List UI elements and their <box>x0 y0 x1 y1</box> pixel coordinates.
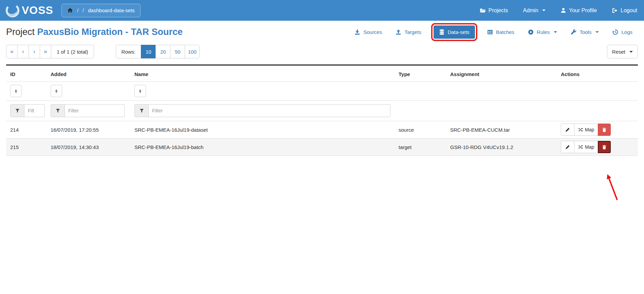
edit-button[interactable] <box>561 124 574 136</box>
map-button[interactable]: Map <box>574 141 598 153</box>
tab-logs[interactable]: Logs <box>608 26 637 38</box>
folder-icon <box>480 7 486 14</box>
tab-sources[interactable]: Sources <box>350 26 386 38</box>
brand-name: VOSS <box>22 4 53 17</box>
logout-icon <box>612 7 618 14</box>
nav-projects[interactable]: Projects <box>480 7 508 14</box>
column-header-added: Added <box>47 66 130 81</box>
id-filter-group <box>10 104 47 117</box>
table-header-row: ID Added Name Type Assignment Actions <box>6 66 638 82</box>
table-row: 214 16/07/2019, 17:20:55 SRC-PB-EMEA-16J… <box>6 121 638 139</box>
delete-button-highlighted[interactable] <box>598 141 611 153</box>
pencil-icon <box>565 145 570 149</box>
page-title: Project PaxusBio Migration - TAR Source <box>6 27 183 37</box>
breadcrumb-current: dashboard-data-sets <box>88 7 135 13</box>
delete-button[interactable] <box>598 124 611 136</box>
shuffle-icon <box>578 127 583 132</box>
download-icon <box>354 29 360 35</box>
nav-profile-label: Your Profile <box>569 7 597 14</box>
play-circle-icon <box>528 29 534 35</box>
added-filter-input[interactable] <box>65 104 125 117</box>
annotation-arrow <box>600 171 621 203</box>
first-page-button[interactable]: « <box>6 45 18 58</box>
cell-name: SRC-PB-EMEA-16Jul19-dataset <box>130 127 394 133</box>
reset-label: Reset <box>612 49 625 55</box>
pencil-icon <box>565 127 570 132</box>
cell-actions: Map <box>557 139 638 155</box>
shuffle-icon <box>578 145 583 149</box>
rows-option-20[interactable]: 20 <box>155 45 170 58</box>
map-button-label: Map <box>585 144 594 150</box>
breadcrumb[interactable]: / / dashboard-data-sets <box>61 4 141 17</box>
datasets-table: ID Added Name Type Assignment Actions <box>6 66 638 156</box>
database-icon <box>439 29 445 35</box>
nav-projects-label: Projects <box>489 7 508 14</box>
name-filter-input[interactable] <box>149 104 390 117</box>
chevron-down-icon <box>595 31 599 33</box>
column-header-assignment: Assignment <box>446 66 557 81</box>
chevron-down-icon <box>542 10 546 11</box>
tab-rules[interactable]: Rules <box>524 26 561 38</box>
pagination-group: « ‹ › » 1 of 1 (2 total) <box>6 45 94 58</box>
nav-admin[interactable]: Admin <box>523 7 546 14</box>
edit-button[interactable] <box>561 141 574 153</box>
upload-icon <box>395 29 401 35</box>
next-page-button[interactable]: › <box>29 45 40 58</box>
rows-option-10[interactable]: 10 <box>141 45 156 58</box>
tab-label: Logs <box>621 29 632 35</box>
table-icon <box>487 29 493 35</box>
tab-tools[interactable]: Tools <box>567 26 603 38</box>
nav-your-profile[interactable]: Your Profile <box>560 7 597 14</box>
breadcrumb-separator: / <box>82 7 84 13</box>
nav-logout-label: Logout <box>621 7 637 14</box>
cell-actions: Map <box>557 121 638 138</box>
tab-label: Batches <box>496 29 514 35</box>
sort-added-button[interactable] <box>51 85 62 97</box>
cell-added: 16/07/2019, 17:20:55 <box>47 127 130 133</box>
page-status: 1 of 1 (2 total) <box>51 45 94 58</box>
title-prefix: Project <box>6 27 35 37</box>
column-header-name: Name <box>130 66 394 81</box>
rows-per-page-group: Rows: 10 20 50 100 <box>116 45 200 58</box>
trash-icon <box>602 145 607 150</box>
filter-funnel-icon <box>134 104 149 117</box>
table-row: 215 18/07/2019, 14:30:43 SRC-PB-EMEA-16J… <box>6 139 638 156</box>
filter-funnel-icon <box>10 104 24 117</box>
nav-logout[interactable]: Logout <box>612 7 637 14</box>
cell-added: 18/07/2019, 14:30:43 <box>47 144 130 150</box>
tab-batches[interactable]: Batches <box>483 26 518 38</box>
rows-option-50[interactable]: 50 <box>170 45 185 58</box>
cell-type: target <box>394 144 446 150</box>
user-icon <box>560 7 566 13</box>
prev-page-button[interactable]: ‹ <box>17 45 29 58</box>
home-icon[interactable] <box>67 7 73 13</box>
rows-option-100[interactable]: 100 <box>185 45 200 58</box>
tab-targets[interactable]: Targets <box>391 26 425 38</box>
wrench-icon <box>571 29 576 35</box>
sort-controls-row <box>6 82 638 101</box>
top-navbar: VOSS / / dashboard-data-sets Projects Ad… <box>0 0 644 21</box>
map-button[interactable]: Map <box>574 124 598 136</box>
tab-label: Rules <box>537 29 550 35</box>
sort-icon <box>138 89 142 93</box>
last-page-button[interactable]: » <box>40 45 51 58</box>
breadcrumb-separator: / <box>77 7 78 13</box>
cell-name: SRC-PB-EMEA-16Jul19-batch <box>130 144 394 150</box>
reset-button[interactable]: Reset <box>607 45 638 58</box>
column-header-type: Type <box>394 66 446 81</box>
column-header-id: ID <box>6 66 47 81</box>
tab-label: Tools <box>579 29 591 35</box>
trash-icon <box>602 127 607 132</box>
column-header-actions: Actions <box>557 66 638 81</box>
voss-brand[interactable]: VOSS <box>5 3 53 18</box>
rows-label: Rows: <box>116 45 142 58</box>
sort-id-button[interactable] <box>10 85 22 97</box>
history-icon <box>612 29 618 35</box>
id-filter-input[interactable] <box>24 104 45 117</box>
tab-label: Sources <box>363 29 382 35</box>
sort-name-button[interactable] <box>134 85 146 97</box>
tab-data-sets[interactable]: Data-sets <box>434 25 475 39</box>
chevron-down-icon <box>629 51 633 53</box>
project-tabs: Sources Targets Data-sets Batches Rules <box>350 25 638 39</box>
tab-label: Data-sets <box>448 29 470 35</box>
